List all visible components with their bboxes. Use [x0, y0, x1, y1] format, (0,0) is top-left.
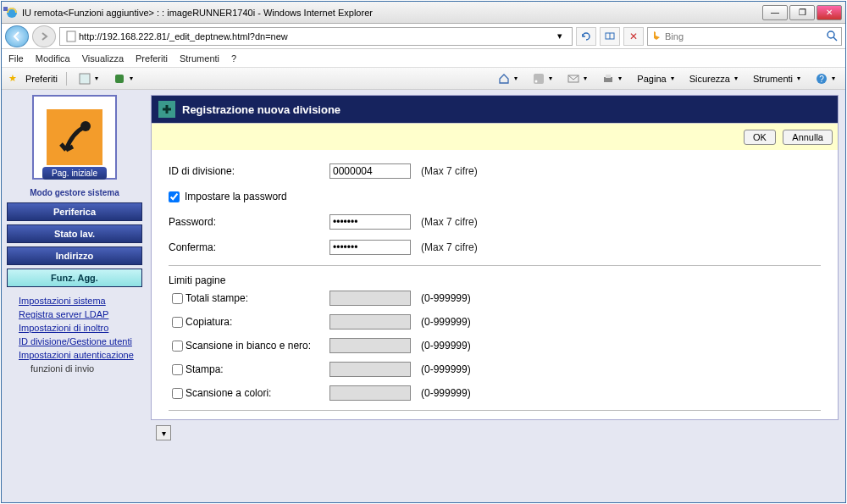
feeds-toolbar-button[interactable]: ▾	[529, 71, 556, 86]
stampa-hint: (0-999999)	[421, 363, 471, 375]
svg-rect-4	[80, 74, 90, 84]
menu-visualizza[interactable]: Visualizza	[82, 53, 124, 64]
expand-icon[interactable]: ▾	[156, 425, 171, 440]
home-tile[interactable]: Pag. iniziale	[32, 95, 117, 180]
bing-icon	[651, 30, 662, 42]
forward-button[interactable]	[32, 25, 56, 47]
refresh-button[interactable]	[576, 27, 596, 46]
menu-preferiti[interactable]: Preferiti	[136, 53, 168, 64]
copiatura-hint: (0-999999)	[421, 316, 471, 328]
new-division-icon	[158, 101, 175, 118]
svg-rect-10	[606, 75, 611, 78]
nav-funz-agg[interactable]: Funz. Agg.	[7, 269, 142, 287]
page-icon	[64, 29, 79, 44]
webslices-button[interactable]: ▾	[110, 71, 136, 86]
scan-col-label: Scansione a colori:	[185, 387, 329, 399]
search-box[interactable]: Bing	[647, 27, 842, 46]
impostare-password-checkbox[interactable]	[169, 191, 180, 202]
favorites-bar: ★ Preferiti ▾ ▾ ▾ ▾ ▾ ▾ Pagina▾ Sicurezz…	[2, 68, 845, 90]
url-dropdown-icon[interactable]: ▾	[551, 30, 568, 42]
scan-bn-checkbox[interactable]	[172, 341, 183, 352]
menu-file[interactable]: File	[8, 53, 24, 64]
window-titlebar: IU remota<Funzioni aggiuntive> : : image…	[2, 2, 845, 24]
home-tile-label: Pag. iniziale	[42, 167, 107, 180]
menu-modifica[interactable]: Modifica	[36, 53, 70, 64]
svg-rect-1	[67, 31, 75, 42]
nav-indirizzo[interactable]: Indirizzo	[7, 246, 142, 265]
conferma-input[interactable]	[329, 240, 411, 255]
sidebar-item-funzioni-invio: funzioni di invio	[19, 362, 142, 375]
panel-header: Registrazione nuova divisione	[152, 96, 838, 123]
help-toolbar-button[interactable]: ?▾	[812, 71, 839, 86]
svg-point-3	[828, 31, 834, 38]
cancel-button[interactable]: Annulla	[783, 130, 833, 145]
sidebar-item-impostazioni-autenticazione[interactable]: Impostazioni autenticazione	[7, 348, 142, 362]
sidebar: Pag. iniziale Modo gestore sistema Perif…	[2, 90, 147, 502]
suggested-sites-button[interactable]: ▾	[75, 71, 102, 86]
menu-strumenti[interactable]: Strumenti	[180, 53, 219, 64]
svg-text:?: ?	[819, 75, 824, 84]
home-toolbar-button[interactable]: ▾	[495, 71, 521, 86]
scan-bn-input[interactable]	[329, 338, 411, 353]
security-toolbar-button[interactable]: Sicurezza▾	[686, 72, 741, 86]
stop-button[interactable]: ✕	[623, 27, 644, 46]
close-button[interactable]: ✕	[817, 5, 842, 20]
menu-help[interactable]: ?	[231, 53, 236, 64]
svg-point-7	[535, 80, 538, 82]
minimize-button[interactable]: —	[762, 5, 788, 20]
ok-button[interactable]: OK	[744, 130, 776, 145]
copiatura-input[interactable]	[329, 314, 411, 330]
tools-toolbar-button[interactable]: Strumenti▾	[750, 72, 804, 86]
sidebar-item-impostazioni-sistema[interactable]: Impostazioni sistema	[7, 294, 142, 307]
conferma-label: Conferma:	[169, 241, 329, 253]
action-bar: OK Annulla	[152, 123, 838, 150]
scan-bn-label: Scansione in bianco e nero:	[185, 340, 329, 352]
mail-toolbar-button[interactable]: ▾	[564, 71, 590, 86]
page-toolbar-button[interactable]: Pagina▾	[634, 72, 677, 86]
scan-col-input[interactable]	[329, 385, 411, 401]
favorites-label[interactable]: Preferiti	[25, 74, 58, 84]
id-hint: (Max 7 cifre)	[421, 165, 478, 177]
copiatura-checkbox[interactable]	[172, 317, 183, 328]
back-button[interactable]	[5, 25, 29, 47]
panel-title: Registrazione nuova divisione	[182, 103, 340, 116]
totali-stampe-checkbox[interactable]	[172, 293, 183, 304]
stampa-input[interactable]	[329, 362, 411, 377]
sidebar-item-impostazioni-inoltro[interactable]: Impostazioni di inoltro	[7, 321, 142, 335]
favorites-star-icon[interactable]: ★	[8, 73, 17, 84]
window-title: IU remota<Funzioni aggiuntive> : : image…	[22, 8, 762, 18]
sidebar-item-registra-server-ldap[interactable]: Registra server LDAP	[7, 307, 142, 321]
nav-stato-lav[interactable]: Stato lav.	[7, 224, 142, 243]
compat-button[interactable]	[600, 27, 620, 46]
conferma-hint: (Max 7 cifre)	[421, 241, 478, 253]
svg-rect-5	[115, 75, 124, 83]
id-divisione-input[interactable]	[329, 163, 411, 179]
limiti-pagine-label: Limiti pagine	[169, 274, 821, 286]
nav-periferica[interactable]: Periferica	[7, 202, 142, 221]
scan-col-hint: (0-999999)	[421, 387, 471, 399]
stampa-label: Stampa:	[185, 363, 329, 375]
search-icon[interactable]	[826, 30, 838, 43]
print-toolbar-button[interactable]: ▾	[599, 71, 625, 86]
sidebar-item-id-divisione[interactable]: ID divisione/Gestione utenti	[7, 335, 142, 348]
password-input[interactable]	[329, 214, 411, 230]
main-area: Registrazione nuova divisione OK Annulla…	[147, 90, 845, 502]
search-placeholder: Bing	[665, 31, 684, 42]
mode-label: Modo gestore sistema	[7, 188, 142, 197]
totali-stampe-input[interactable]	[329, 291, 411, 306]
url-input[interactable]: http://192.168.222.81/_edit_deptnew.html…	[59, 27, 573, 46]
url-text: http://192.168.222.81/_edit_deptnew.html…	[79, 31, 551, 42]
address-bar: http://192.168.222.81/_edit_deptnew.html…	[2, 24, 845, 49]
svg-rect-6	[534, 74, 544, 84]
totali-stampe-label: Totali stampe:	[185, 292, 329, 304]
id-divisione-label: ID di divisione:	[169, 165, 329, 177]
menu-bar: File Modifica Visualizza Preferiti Strum…	[2, 49, 845, 68]
impostare-password-label: Impostare la password	[185, 191, 287, 202]
password-label: Password:	[169, 216, 329, 228]
scan-col-checkbox[interactable]	[172, 388, 183, 399]
stampa-checkbox[interactable]	[172, 364, 183, 375]
totali-stampe-hint: (0-999999)	[421, 292, 471, 304]
password-hint: (Max 7 cifre)	[421, 216, 478, 228]
scan-bn-hint: (0-999999)	[421, 340, 471, 352]
maximize-button[interactable]: ❐	[789, 5, 815, 20]
